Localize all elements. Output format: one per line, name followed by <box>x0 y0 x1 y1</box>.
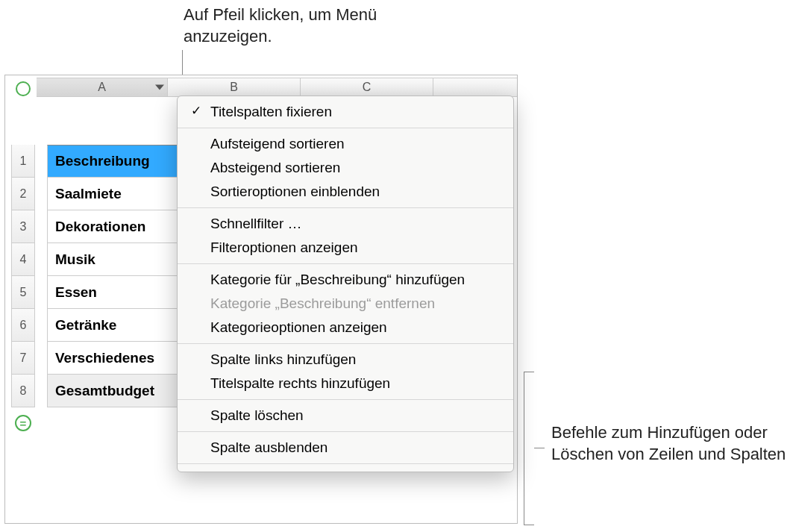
menu-separator <box>178 263 513 264</box>
menu-item-sort-descending[interactable]: Absteigend sortieren <box>178 156 513 180</box>
menu-item-freeze-header-columns[interactable]: Titelspalten fixieren <box>178 100 513 124</box>
row-header[interactable]: 4 <box>11 243 35 276</box>
callout-line <box>524 372 524 525</box>
column-header-b[interactable]: B <box>168 78 301 96</box>
row-header[interactable]: 2 <box>11 178 35 210</box>
column-header-a[interactable]: A <box>37 78 168 96</box>
menu-item-show-category-options[interactable]: Kategorieoptionen anzeigen <box>178 316 513 339</box>
column-headers: A B C <box>37 78 517 97</box>
column-header-c[interactable]: C <box>301 78 433 96</box>
callout-line <box>534 448 545 448</box>
callout-text-top: Auf Pfeil klicken, um Menü anzuzeigen. <box>184 4 422 47</box>
chevron-down-icon[interactable] <box>155 85 164 90</box>
menu-item-show-filter-options[interactable]: Filteroptionen anzeigen <box>178 236 513 260</box>
row-headers: 1 2 3 4 5 6 7 8 = <box>11 97 35 439</box>
column-header-label: A <box>98 81 106 94</box>
row-header[interactable]: 8 <box>11 375 35 407</box>
menu-separator <box>178 343 513 344</box>
callout-text-right: Befehle zum Hinzufügen oder Löschen von … <box>551 422 790 465</box>
menu-item-show-sort-options[interactable]: Sortieroptionen einblenden <box>178 180 513 204</box>
callout-line <box>524 372 534 372</box>
callout-line <box>524 525 534 525</box>
menu-item-add-category[interactable]: Kategorie für „Beschreibung“ hinzufügen <box>178 268 513 292</box>
cell-label: Dekorationen <box>55 219 145 235</box>
row-header[interactable]: 3 <box>11 210 35 243</box>
menu-separator <box>178 399 513 400</box>
cell-label: Musik <box>55 251 95 268</box>
row-header[interactable]: 5 <box>11 276 35 309</box>
menu-item-add-column-left[interactable]: Spalte links hinzufügen <box>178 348 513 372</box>
column-header-label: C <box>363 81 372 94</box>
cell-label: Verschiedenes <box>55 350 154 366</box>
menu-item-remove-category: Kategorie „Beschreibung“ entfernen <box>178 292 513 316</box>
menu-item-delete-column[interactable]: Spalte löschen <box>178 404 513 428</box>
cell-label: Saalmiete <box>55 186 122 202</box>
menu-separator <box>178 128 513 128</box>
cell-label: Gesamtbudget <box>55 383 154 399</box>
add-row-button[interactable]: = <box>15 415 31 431</box>
table-selector-handle[interactable] <box>16 81 31 96</box>
row-header[interactable]: 6 <box>11 309 35 342</box>
menu-item-sort-ascending[interactable]: Aufsteigend sortieren <box>178 132 513 156</box>
cell-label: Essen <box>55 284 97 301</box>
menu-separator <box>178 207 513 208</box>
menu-separator <box>178 463 513 464</box>
column-context-menu: Titelspalten fixieren Aufsteigend sortie… <box>177 96 514 472</box>
row-header[interactable]: 1 <box>11 145 35 178</box>
menu-item-add-header-column-right[interactable]: Titelspalte rechts hinzufügen <box>178 372 513 395</box>
row-header[interactable]: 7 <box>11 342 35 375</box>
menu-item-quick-filter[interactable]: Schnellfilter … <box>178 212 513 236</box>
menu-item-hide-column[interactable]: Spalte ausblenden <box>178 436 513 460</box>
menu-separator <box>178 431 513 432</box>
cell-label: Beschreibung <box>55 153 150 169</box>
cell-label: Getränke <box>55 317 116 334</box>
column-header-label: B <box>230 81 238 94</box>
